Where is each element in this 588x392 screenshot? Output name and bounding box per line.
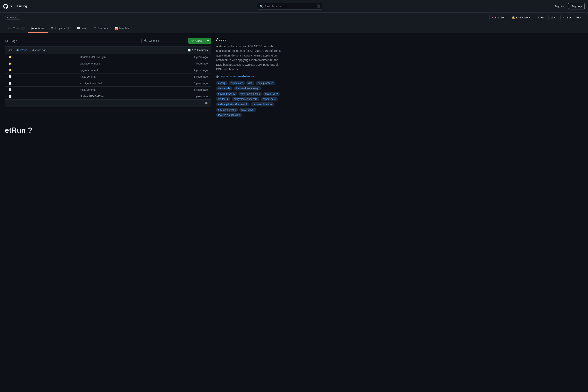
tag-chip[interactable]: dotnet-core [263, 92, 280, 96]
tag-icon: 🏷 [5, 39, 8, 42]
code-btn-group: <> Code ▼ [188, 38, 211, 44]
fork-count[interactable]: 159 [549, 15, 557, 20]
search-icon: 🔍 [259, 5, 263, 8]
tag-chip[interactable]: clean-code [216, 86, 232, 90]
repo-tag-badge: ic template [5, 16, 21, 20]
tag-chip[interactable]: entity-framework-core [232, 97, 259, 101]
tag-chip[interactable]: clean-architecture [238, 92, 262, 96]
file-time-6: 4 years ago [187, 95, 208, 98]
nav-pricing[interactable]: Pricing [17, 4, 27, 8]
search-file-icon: 🔍 [144, 39, 147, 42]
nav-right: Sign in Sign up [552, 3, 585, 10]
star-count[interactable]: 534 [574, 15, 583, 20]
star-button[interactable]: ☆ Star [560, 15, 574, 20]
file-time-3: 5 years ago [187, 75, 208, 78]
tab-projects[interactable]: ⊞ Projects 1 [48, 24, 74, 33]
tag-chip[interactable]: best-practices [256, 81, 275, 85]
folder-icon: 📁 [8, 56, 12, 58]
search-box[interactable]: 🔍 / [257, 3, 322, 10]
commit-separator: · [30, 48, 30, 52]
star-icon: ☆ [563, 16, 566, 19]
nav-search: 🔍 / [31, 3, 548, 10]
go-to-file-input[interactable]: 🔍 Go to file [141, 38, 186, 44]
file-time-1: 4 years ago [187, 62, 208, 65]
actions-tab-icon: ▶ [31, 26, 34, 30]
file-name-0[interactable]: 📁 [8, 56, 80, 58]
file-message-0: Update FUNDING.yml [80, 56, 187, 58]
projects-tab-icon: ⊞ [51, 26, 53, 30]
file-name-1[interactable]: 📁 [8, 62, 80, 65]
file-time-0: 4 years ago [187, 56, 208, 58]
file-name-4[interactable]: 📄 [8, 82, 80, 85]
file-list-footer: ☰ [5, 100, 211, 107]
branch-label: net 5 [8, 48, 14, 52]
tab-insights[interactable]: 📊 Insights [111, 24, 132, 33]
notifications-button[interactable]: 🔔 Notifications [509, 15, 533, 20]
tags-badge[interactable]: 🏷 0 Tags [5, 39, 17, 42]
tab-security[interactable]: 🛡 Security [90, 24, 111, 33]
about-section: About A starter kit for your next ASP.NE… [216, 38, 282, 117]
file-name-6[interactable]: 📄 [8, 95, 80, 98]
tab-wiki[interactable]: 📖 Wiki [74, 24, 90, 33]
code-button[interactable]: <> Code [188, 38, 205, 44]
about-description: A starter kit for your next ASP.NET Core… [216, 44, 282, 72]
commit-hash[interactable]: 4b02c65 [16, 48, 28, 52]
fork-group: ⑂ Fork 159 [535, 15, 557, 20]
signin-button[interactable]: Sign in [552, 3, 566, 9]
nav-brand[interactable]: ▼ [3, 4, 13, 9]
signup-button[interactable]: Sign up [568, 3, 585, 10]
tag-chip[interactable]: csharp [216, 81, 228, 85]
tag-chip[interactable]: web-application-framework [216, 102, 249, 106]
tab-actions[interactable]: ▶ Actions [28, 24, 48, 33]
top-nav: ▼ Pricing 🔍 / Sign in Sign up [0, 0, 588, 13]
search-shortcut: / [317, 4, 320, 8]
heart-icon: ♥ [492, 16, 494, 19]
tab-projects-badge: 1 [66, 27, 70, 30]
about-link[interactable]: 🔗 aspnetrun.azurewebsites.net/ [216, 75, 282, 78]
fork-button[interactable]: ⑂ Fork [535, 15, 549, 20]
fork-icon: ⑂ [538, 16, 539, 19]
tag-chip[interactable]: aspnetcore [229, 81, 245, 85]
tag-chip[interactable]: domain-driven-design [233, 86, 261, 90]
file-message-1: upgrade to .net 5 [80, 62, 187, 65]
history-icon: 🕐 [187, 48, 191, 52]
list-icon[interactable]: ☰ [205, 102, 208, 105]
file-name-3[interactable]: 📄 [8, 75, 80, 78]
sponsor-button[interactable]: ♥ Sponsor [489, 15, 507, 20]
commit-info: net 5 4b02c65 · 4 years ago [8, 48, 46, 52]
file-name-2[interactable]: 📁 [8, 68, 80, 72]
tag-chip[interactable]: ddd [246, 81, 254, 85]
insights-tab-icon: 📊 [115, 26, 118, 30]
star-group: ☆ Star 534 [560, 15, 583, 20]
tag-chip[interactable]: onion-architecture [251, 102, 274, 106]
search-input[interactable] [265, 5, 315, 8]
bell-icon: 🔔 [512, 16, 515, 19]
security-tab-icon: 🛡 [93, 26, 96, 30]
tag-chip[interactable]: starter-kit [216, 97, 230, 101]
table-row: 📁 upgrade to .net 5 4 years ago [5, 67, 211, 74]
repo-header-top: ic template ♥ Sponsor 🔔 Notifications ⑂ … [5, 15, 583, 20]
code-tab-icon: <> [8, 26, 11, 30]
file-message-6: Update README.md [80, 95, 187, 98]
tag-chip[interactable]: layered-architecture [216, 113, 242, 117]
tag-chip[interactable]: automapper [239, 108, 256, 112]
repo-breadcrumb: ic template [5, 16, 21, 20]
commit-time: 4 years ago [32, 48, 46, 52]
file-icon: 📄 [8, 95, 12, 98]
link-icon: 🔗 [216, 75, 219, 78]
file-icon: 📄 [8, 88, 12, 91]
tag-chip[interactable]: design-patterns [216, 92, 237, 96]
file-time-5: 5 years ago [187, 88, 208, 91]
code-dropdown-button[interactable]: ▼ [205, 38, 211, 44]
repo-header: ic template ♥ Sponsor 🔔 Notifications ⑂ … [0, 13, 588, 24]
tab-code[interactable]: <> Code 1 [5, 24, 28, 33]
file-message-3: Initial commit [80, 75, 187, 78]
file-message-4: ef migration added [80, 82, 187, 85]
main-content: 🏷 0 Tags 🔍 Go to file <> Code ▼ [0, 33, 287, 122]
tag-chip[interactable]: aspnet-core [261, 97, 278, 101]
commits-count[interactable]: 🕐 191 Commits [187, 48, 208, 52]
file-message-5: Initial commit [80, 88, 187, 91]
tag-chip[interactable]: ddd-architecture [216, 108, 238, 112]
file-name-5[interactable]: 📄 [8, 88, 80, 91]
about-title: About [216, 38, 282, 42]
